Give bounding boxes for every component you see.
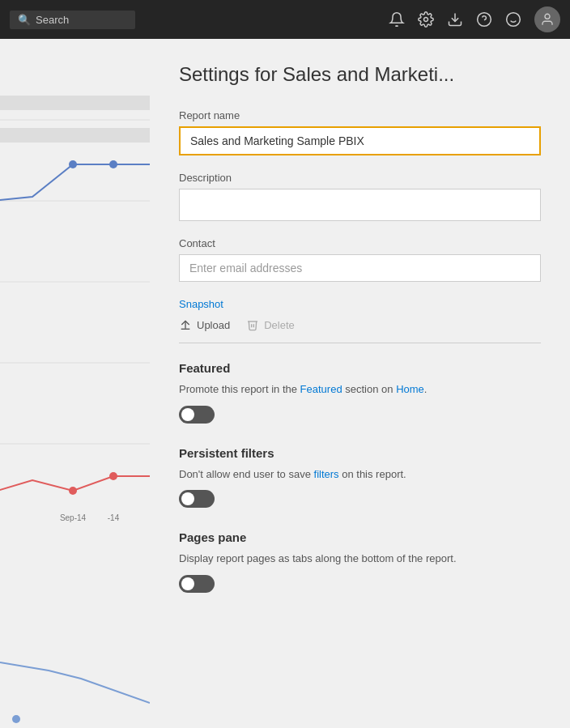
upload-label: Upload	[197, 319, 230, 331]
pages-pane-toggle-thumb	[181, 577, 194, 590]
featured-toggle-track	[179, 406, 215, 424]
snapshot-actions: Upload Delete	[179, 318, 541, 343]
upload-button[interactable]: Upload	[179, 318, 230, 331]
svg-text:-14: -14	[108, 513, 120, 522]
svg-point-19	[109, 472, 117, 480]
contact-input[interactable]	[179, 254, 541, 282]
delete-label: Delete	[264, 319, 295, 331]
svg-point-17	[109, 160, 117, 168]
featured-toggle[interactable]	[179, 406, 215, 424]
help-icon[interactable]	[476, 11, 492, 28]
bell-icon[interactable]	[389, 11, 405, 28]
description-label: Description	[179, 172, 541, 184]
description-input[interactable]	[179, 189, 541, 221]
avatar[interactable]	[534, 6, 560, 32]
persistent-filters-toggle-thumb	[181, 492, 194, 505]
contact-label: Contact	[179, 237, 541, 249]
topbar: 🔍 Search	[0, 0, 570, 39]
search-icon: 🔍	[18, 14, 31, 26]
delete-button[interactable]: Delete	[246, 318, 295, 331]
contact-group: Contact	[179, 237, 541, 282]
featured-heading: Featured	[179, 361, 541, 375]
svg-point-7	[545, 14, 550, 19]
main-area: Sep-14 -14 Settings for Sales and Market…	[0, 39, 570, 728]
persistent-filters-toggle[interactable]	[179, 490, 215, 508]
pages-pane-toggle-track	[179, 575, 215, 593]
pages-pane-desc: Display report pages as tabs along the b…	[179, 551, 541, 567]
svg-text:Sep-14: Sep-14	[60, 513, 87, 522]
chart-background: Sep-14 -14	[0, 39, 150, 728]
report-name-group: Report name	[179, 109, 541, 155]
persistent-filters-section: Persistent filters Don't allow end user …	[179, 446, 541, 512]
svg-point-2	[478, 13, 491, 27]
featured-toggle-thumb	[181, 408, 194, 421]
featured-desc: Promote this report in the Featured sect…	[179, 381, 541, 398]
topbar-icons	[389, 6, 560, 32]
pages-pane-toggle[interactable]	[179, 575, 215, 593]
panel-title: Settings for Sales and Marketi...	[179, 62, 541, 87]
snapshot-label: Snapshot	[179, 298, 541, 310]
persistent-filters-toggle-track	[179, 490, 215, 508]
svg-point-0	[424, 18, 428, 22]
download-icon[interactable]	[447, 11, 463, 28]
featured-section: Featured Promote this report in the Feat…	[179, 361, 541, 427]
persistent-filters-heading: Persistent filters	[179, 446, 541, 460]
report-name-label: Report name	[179, 109, 541, 121]
persistent-filters-desc: Don't allow end user to save filters on …	[179, 466, 541, 483]
svg-rect-14	[0, 96, 150, 110]
svg-point-22	[12, 715, 20, 723]
svg-rect-15	[0, 128, 150, 143]
search-label: Search	[36, 14, 69, 26]
svg-point-18	[69, 487, 77, 495]
settings-panel: Settings for Sales and Marketi... Report…	[150, 39, 570, 728]
svg-point-16	[69, 160, 77, 168]
search-box[interactable]: 🔍 Search	[10, 11, 135, 29]
pages-pane-heading: Pages pane	[179, 530, 541, 544]
settings-icon[interactable]	[418, 11, 434, 28]
report-name-input[interactable]	[179, 126, 541, 155]
description-group: Description	[179, 172, 541, 221]
svg-point-4	[507, 13, 521, 27]
smiley-icon[interactable]	[505, 11, 521, 28]
snapshot-group: Snapshot Upload	[179, 298, 541, 343]
pages-pane-section: Pages pane Display report pages as tabs …	[179, 530, 541, 596]
